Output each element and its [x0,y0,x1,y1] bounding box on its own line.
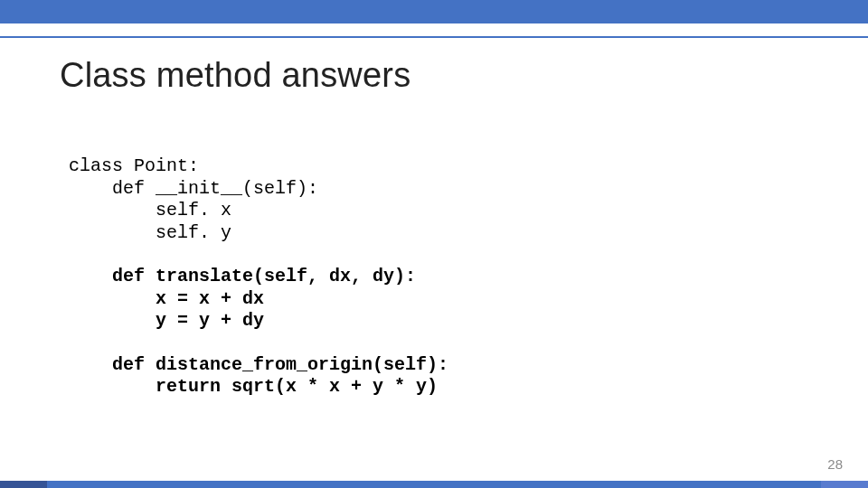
horizontal-rule [0,36,868,38]
bottom-bar-accent-left [0,481,47,488]
code-line: self. y [69,222,231,243]
code-line-bold: y = y + dy [69,310,264,331]
page-number: 28 [827,456,843,472]
code-line-bold: x = x + dx [69,288,264,309]
slide-title: Class method answers [60,56,410,95]
slide: Class method answers class Point: def __… [0,0,868,488]
code-line: class Point: [69,155,199,176]
code-line-bold: def translate(self, dx, dy): [69,266,416,286]
bottom-bar-accent-right [821,481,868,488]
code-line-bold: return sqrt(x * x + y * y) [69,376,438,397]
code-line: self. x [69,200,231,221]
top-bar [0,0,868,23]
bottom-bar [0,481,868,488]
code-line-bold: def distance_from_origin(self): [69,354,448,375]
code-line: def __init__(self): [69,178,318,199]
code-block: class Point: def __init__(self): self. x… [69,134,814,399]
